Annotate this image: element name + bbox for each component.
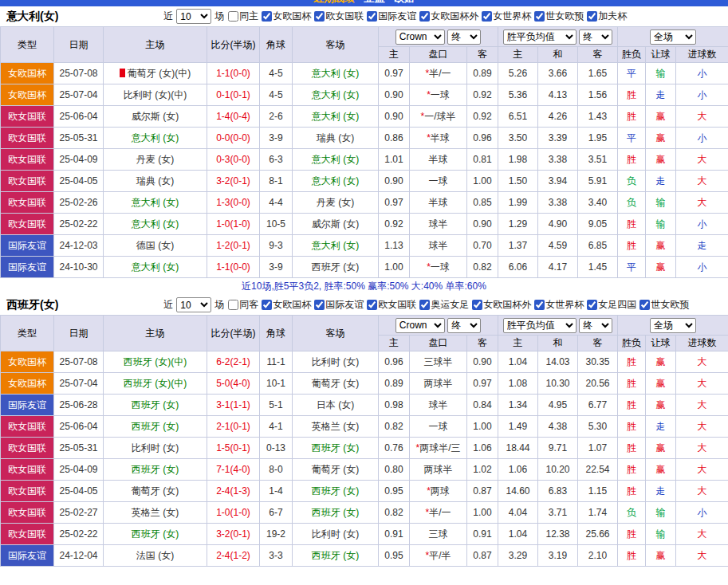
bookmaker-select[interactable]: Crown [395, 29, 445, 45]
competition-checkbox[interactable] [419, 11, 430, 22]
competition-checkbox[interactable] [367, 11, 377, 22]
same-side-filter[interactable]: 同客 [226, 298, 258, 312]
match-date-cell: 25-05-31 [54, 438, 104, 459]
competition-checkbox[interactable] [587, 300, 597, 310]
europe-home-odds-cell: 18.44 [498, 438, 538, 459]
match-type-cell: 国际友谊 [1, 545, 54, 567]
europe-odds-select[interactable]: 胜平负均值 [503, 318, 576, 333]
competition-checkbox[interactable] [262, 300, 272, 310]
col-asian-home: 主 [379, 47, 410, 63]
asian-home-odds-cell: 0.80 [379, 459, 410, 481]
match-row: 国际友谊25-06-28西班牙 (女)3-1(1-1)5-1日本 (女)0.98… [1, 395, 728, 416]
match-row: 欧女国联25-02-22西班牙 (女)3-2(0-1)19-2比利时 (女)0.… [1, 524, 728, 545]
matches-table: 类型 日期 主场 比分(半场) 角球 客场 Crown 终 胜平负均值 终 全场 [0, 315, 728, 567]
goals-result-cell: 小 [676, 214, 728, 235]
match-date-cell: 25-06-28 [54, 395, 104, 416]
competition-checkbox[interactable] [367, 300, 377, 310]
competition-filter[interactable]: 女欧国杯外 [417, 10, 478, 23]
competition-filter[interactable]: 加夫杯 [584, 10, 627, 23]
competition-filter[interactable]: 国际友谊 [364, 10, 416, 23]
competition-filter[interactable]: 奥运女足 [417, 298, 469, 312]
competition-checkbox[interactable] [419, 300, 430, 310]
bookmaker-select[interactable]: Crown [395, 318, 445, 333]
competition-checkbox[interactable] [472, 300, 482, 310]
team-name: 西班牙 (女) [132, 464, 179, 475]
away-team-cell: 西班牙 (女) [293, 257, 379, 278]
europe-home-odds-cell: 5.36 [498, 84, 538, 106]
match-count-select[interactable]: 10 [176, 297, 211, 312]
competition-checkbox[interactable] [587, 11, 597, 22]
match-type-cell: 女欧国杯 [1, 373, 54, 395]
competition-filter[interactable]: 女世界杯 [532, 298, 584, 312]
europe-odds-select[interactable]: 胜平负均值 [503, 29, 576, 45]
competition-label: 女欧国杯外 [431, 10, 478, 23]
result-cell: 胜 [618, 481, 646, 502]
asian-home-odds-cell: 0.97 [379, 192, 410, 214]
handicap-result-cell: 走 [646, 416, 676, 438]
top-nav-active-tab[interactable]: 近期战绩 [313, 0, 355, 4]
asian-stage-select[interactable]: 终 [447, 29, 481, 45]
competition-filter[interactable]: 女足四国 [584, 298, 636, 312]
asian-home-odds-cell: 0.92 [379, 214, 410, 235]
match-row: 女欧国杯25-07-04西班牙 (女)(中)5-0(4-0)10-1葡萄牙 (女… [1, 373, 728, 395]
asian-home-odds-cell: 0.97 [379, 63, 410, 84]
asian-away-odds-cell: 0.87 [467, 545, 498, 567]
away-team-cell: 丹麦 (女) [293, 192, 379, 214]
europe-home-odds-cell: 1.29 [498, 214, 538, 235]
competition-checkbox[interactable] [314, 300, 325, 310]
competition-filter[interactable]: 国际友谊 [312, 298, 364, 312]
europe-stage-select[interactable]: 终 [579, 318, 612, 333]
match-scope-select[interactable]: 全场 [650, 29, 696, 45]
europe-draw-odds-cell: 9.71 [538, 438, 578, 459]
score-cell: 1-4(0-4) [207, 106, 260, 128]
competition-checkbox[interactable] [534, 300, 545, 310]
away-team-cell: 日本 (女) [293, 395, 379, 416]
result-group: 全场 [618, 27, 728, 47]
same-side-filter[interactable]: 同主 [226, 10, 258, 23]
competition-checkbox[interactable] [534, 11, 545, 22]
same-side-checkbox[interactable] [228, 11, 238, 22]
competition-checkbox[interactable] [482, 11, 492, 22]
score-cell: 6-2(2-1) [207, 351, 260, 373]
europe-draw-odds-cell: 4.90 [538, 214, 578, 235]
handicap-cell: 球半 [410, 235, 467, 257]
away-team-cell: 比利时 (女) [293, 524, 379, 545]
unit-label: 场 [214, 10, 224, 23]
top-nav-rest[interactable]: - 亚盘 - 欧赔 [358, 0, 415, 4]
competition-filter[interactable]: 女欧国杯 [259, 10, 311, 23]
same-side-checkbox[interactable] [228, 300, 238, 310]
europe-draw-odds-cell: 14.03 [538, 351, 578, 373]
competition-filter[interactable]: 女欧国杯 [259, 298, 311, 312]
team-name: 西班牙 (女) [312, 507, 359, 518]
score-cell: 0-1(0-1) [207, 84, 260, 106]
europe-away-odds-cell: 30.35 [578, 351, 618, 373]
section-italy-women: 意大利(女) 近 10 场 同主 女欧国杯欧女国联国际友谊女欧国杯外女世界杯世女… [0, 6, 728, 295]
match-count-select[interactable]: 10 [176, 9, 211, 24]
score-cell: 2-4(1-3) [207, 481, 260, 502]
home-team-cell: 葡萄牙 (女) [104, 481, 207, 502]
competition-label: 女欧国杯 [273, 10, 311, 23]
competition-label: 欧女国联 [325, 10, 364, 23]
competition-filter[interactable]: 女世界杯 [479, 10, 531, 23]
europe-stage-select[interactable]: 终 [579, 29, 612, 45]
result-cell: 胜 [618, 235, 646, 257]
match-scope-select[interactable]: 全场 [650, 318, 696, 333]
competition-checkbox[interactable] [262, 11, 272, 22]
score-cell: 3-2(0-1) [207, 171, 260, 192]
competition-filter[interactable]: 欧女国联 [364, 298, 416, 312]
away-team-cell: 英格兰 (女) [293, 416, 379, 438]
team-name: 意大利 (女) [312, 111, 359, 122]
asian-stage-select[interactable]: 终 [447, 318, 481, 333]
competition-checkbox[interactable] [314, 11, 325, 22]
competition-checkbox[interactable] [639, 300, 650, 310]
result-cell: 平 [618, 257, 646, 278]
competition-filter[interactable]: 世女欧预 [637, 298, 689, 312]
competition-label: 女欧国杯外 [483, 298, 531, 312]
col-corners: 角球 [260, 316, 293, 351]
competition-filter[interactable]: 世女欧预 [532, 10, 584, 23]
team-name: 葡萄牙 (女)(中) [128, 68, 191, 79]
europe-away-odds-cell: 1.07 [578, 438, 618, 459]
competition-filter[interactable]: 女欧国杯外 [470, 298, 531, 312]
competition-filter[interactable]: 欧女国联 [312, 10, 364, 23]
handicap-cell: 三球半 [410, 351, 467, 373]
